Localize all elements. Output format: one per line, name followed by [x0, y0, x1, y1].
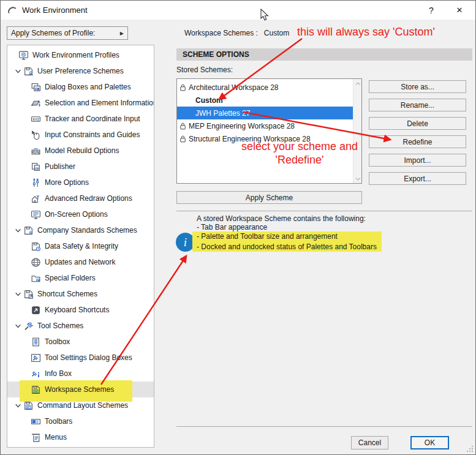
floppy-clock-icon: [31, 241, 42, 251]
sidebar-item-more-options[interactable]: More Options: [7, 175, 154, 190]
sidebar-item-label: Toolbars: [45, 417, 72, 426]
sidebar-item-on-screen-options[interactable]: On-Screen Options: [7, 206, 154, 222]
hammer-icon: [23, 321, 34, 331]
chevron-down-icon[interactable]: [12, 323, 23, 329]
scroll-up-icon[interactable]: [353, 79, 362, 88]
sidebar-item-label: Publisher: [45, 162, 75, 171]
sidebar-item-model-rebuild-options[interactable]: Model Rebuild Options: [7, 143, 154, 159]
sidebar-item-selection-and-element-information[interactable]: Selection and Element Information: [7, 95, 154, 111]
sidebar-item-label: Shortcut Schemes: [37, 290, 97, 298]
rename-button[interactable]: Rename...: [369, 99, 466, 111]
sidebar-item-updates-and-network[interactable]: Updates and Network: [7, 254, 154, 270]
sidebar-item-toolbox[interactable]: Toolbox: [7, 334, 154, 350]
sidebar-item-label: Workspace Schemes: [45, 385, 114, 394]
separator: [176, 426, 472, 427]
highlighted-info-text: - Palette and Toolbar size and arrangeme…: [192, 231, 382, 241]
sidebar-item-toolbars[interactable]: Toolbars: [7, 413, 154, 429]
selection-info-icon: [31, 98, 42, 108]
sidebar-item-label: Command Layout Schemes: [37, 401, 128, 410]
hammer-dialog-icon: [31, 353, 42, 363]
scheme-item-label: Structural Engineering Workspace 28: [189, 135, 311, 143]
scheme-actions: Store as...Rename...DeleteRedefineImport…: [369, 80, 466, 190]
onscreen-icon: [31, 209, 42, 219]
scheme-item-label: Custom: [195, 96, 223, 105]
chevron-down-icon[interactable]: [12, 402, 23, 409]
svg-text:XYZ: XYZ: [32, 118, 39, 121]
scheme-item-label: Architectural Workspace 28: [189, 83, 279, 92]
sliders-icon: [31, 178, 42, 187]
hammer-info-icon: [31, 369, 42, 378]
sidebar-item-menus[interactable]: Menus: [7, 429, 154, 445]
delete-button[interactable]: Delete: [369, 117, 466, 130]
redefine-button[interactable]: Redefine: [369, 135, 466, 148]
sidebar-item-shortcut-schemes[interactable]: Shortcut Schemes: [7, 286, 154, 302]
chevron-down-icon[interactable]: [12, 291, 23, 298]
scheme-options-section-header: SCHEME OPTIONS: [176, 48, 472, 61]
sidebar-item-label: More Options: [45, 178, 89, 187]
scheme-item-mep-engineering-workspace-28[interactable]: MEP Engineering Workspace 28: [177, 119, 353, 132]
scheme-info-line: A stored Workspace Scheme contains the f…: [197, 214, 382, 223]
close-icon[interactable]: ✕: [447, 1, 472, 20]
sidebar-item-company-standards-schemes[interactable]: Company Standards Schemes: [7, 222, 154, 238]
sidebar-item-publisher[interactable]: Publisher: [7, 159, 154, 175]
scheme-item-label: JWH Palettes 27: [195, 109, 250, 118]
work-environment-dialog: Work Environment ? ✕ Apply Schemes of Pr…: [0, 0, 476, 455]
store-as-button[interactable]: Store as...: [369, 80, 466, 93]
import-button[interactable]: Import...: [369, 154, 466, 167]
sidebar-item-label: User Preference Schemes: [37, 67, 124, 75]
sidebar-item-label: Selection and Element Information: [45, 99, 154, 107]
workspace-schemes-header-label: Workspace Schemes :: [184, 29, 258, 37]
sidebar-item-label: Info Box: [45, 369, 72, 378]
sidebar-item-command-layout-schemes[interactable]: Command Layout Schemes: [7, 397, 154, 413]
scheme-item-jwh-palettes-27[interactable]: JWH Palettes 27: [177, 107, 353, 119]
floppy-command-icon: [23, 400, 34, 410]
sidebar-item-label: Special Folders: [45, 274, 96, 282]
sidebar-item-tracker-and-coordinate-input[interactable]: XYZTracker and Coordinate Input: [7, 111, 154, 127]
apply-scheme-button[interactable]: Apply Scheme: [176, 191, 362, 204]
monitor-gear-icon: [18, 50, 29, 60]
menus-icon: [31, 432, 42, 442]
lock-icon: [179, 122, 187, 130]
redraw-icon: [31, 194, 42, 203]
chevron-down-icon[interactable]: [12, 68, 23, 75]
sidebar-item-info-box[interactable]: Info Box: [7, 366, 154, 382]
sidebar-item-label: Tracker and Coordinate Input: [45, 115, 140, 123]
stored-schemes-list: Architectural Workspace 28CustomJWH Pale…: [176, 78, 362, 184]
chevron-down-icon[interactable]: [12, 227, 23, 234]
apply-schemes-of-profile-button[interactable]: Apply Schemes of Profile: ▶: [7, 26, 128, 40]
sidebar-item-keyboard-shortcuts[interactable]: Keyboard Shortcuts: [7, 302, 154, 318]
resize-grip[interactable]: [467, 446, 473, 452]
sidebar-item-label: Company Standards Schemes: [37, 226, 137, 235]
export-button[interactable]: Export...: [369, 172, 466, 185]
scroll-down-icon[interactable]: [353, 174, 362, 183]
help-icon[interactable]: ?: [419, 1, 444, 20]
apply-schemes-of-profile-label: Apply Schemes of Profile:: [11, 29, 120, 37]
sidebar-item-user-preference-schemes[interactable]: User Preference Schemes: [7, 63, 154, 79]
publisher-icon: [31, 162, 42, 171]
floppy-shortcut-icon: [23, 289, 34, 299]
scheme-item-architectural-workspace-28[interactable]: Architectural Workspace 28: [177, 81, 353, 94]
ok-button[interactable]: OK: [410, 436, 449, 449]
bricks-icon: [31, 146, 42, 156]
scheme-info-line: - Tab Bar appearance: [197, 223, 382, 231]
sidebar-item-tool-settings-dialog-boxes[interactable]: Tool Settings Dialog Boxes: [7, 350, 154, 366]
flyout-arrow-icon: ▶: [120, 31, 124, 36]
sidebar-item-advanced-redraw-options[interactable]: Advanced Redraw Options: [7, 190, 154, 206]
window-title: Work Environment: [22, 6, 88, 15]
scheme-item-structural-engineering-workspace-28[interactable]: Structural Engineering Workspace 28: [177, 132, 353, 145]
cancel-button[interactable]: Cancel: [351, 436, 388, 449]
scheme-info-line: - Docked and undocked status of Palettes…: [197, 242, 382, 252]
shortcut-arrow-icon: [31, 305, 42, 315]
sidebar-item-data-safety-integrity[interactable]: Data Safety & Integrity: [7, 238, 154, 254]
stored-schemes-label: Stored Schemes:: [176, 66, 233, 74]
sidebar-item-input-constraints-and-guides[interactable]: Input Constraints and Guides: [7, 127, 154, 143]
sidebar-item-workspace-schemes[interactable]: Workspace Schemes: [7, 382, 154, 397]
schemes-scrollbar[interactable]: [353, 79, 361, 183]
title-bar: Work Environment ? ✕: [1, 1, 475, 20]
sidebar-item-work-environment-profiles[interactable]: Work Environment Profiles: [7, 47, 154, 63]
sidebar-item-dialog-boxes-and-palettes[interactable]: Dialog Boxes and Palettes: [7, 79, 154, 95]
xyz-icon: XYZ: [31, 114, 42, 124]
sidebar-item-special-folders[interactable]: Special Folders: [7, 270, 154, 286]
sidebar-item-tool-schemes[interactable]: Tool Schemes: [7, 318, 154, 334]
scheme-item-custom[interactable]: Custom: [177, 94, 353, 107]
